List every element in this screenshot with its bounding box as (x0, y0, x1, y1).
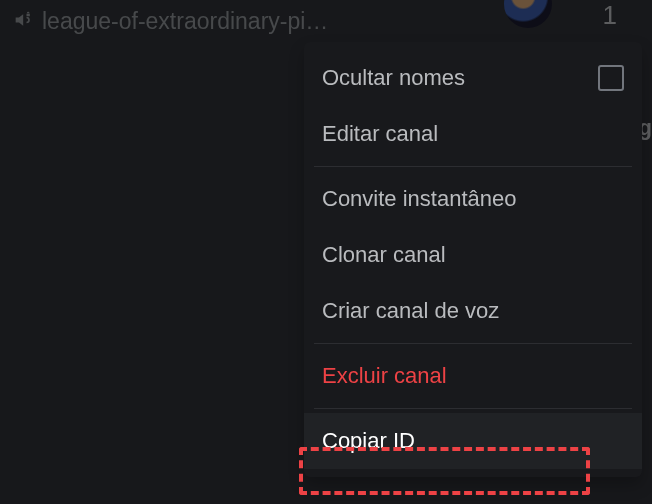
menu-item-label: Convite instantâneo (322, 186, 516, 212)
menu-instant-invite[interactable]: Convite instantâneo (304, 171, 642, 227)
menu-item-label: Copiar ID (322, 428, 415, 454)
menu-create-voice[interactable]: Criar canal de voz (304, 283, 642, 339)
menu-item-label: Editar canal (322, 121, 438, 147)
menu-item-label: Excluir canal (322, 363, 447, 389)
menu-divider (314, 343, 632, 344)
menu-item-label: Clonar canal (322, 242, 446, 268)
menu-edit-channel[interactable]: Editar canal (304, 106, 642, 162)
menu-clone-channel[interactable]: Clonar canal (304, 227, 642, 283)
checkbox-icon[interactable] (598, 65, 624, 91)
menu-hide-names[interactable]: Ocultar nomes (304, 50, 642, 106)
menu-divider (314, 408, 632, 409)
menu-divider (314, 166, 632, 167)
menu-item-label: Ocultar nomes (322, 65, 465, 91)
menu-delete-channel[interactable]: Excluir canal (304, 348, 642, 404)
menu-copy-id[interactable]: Copiar ID (304, 413, 642, 469)
context-menu: Ocultar nomes Editar canal Convite insta… (304, 42, 642, 477)
menu-item-label: Criar canal de voz (322, 298, 499, 324)
